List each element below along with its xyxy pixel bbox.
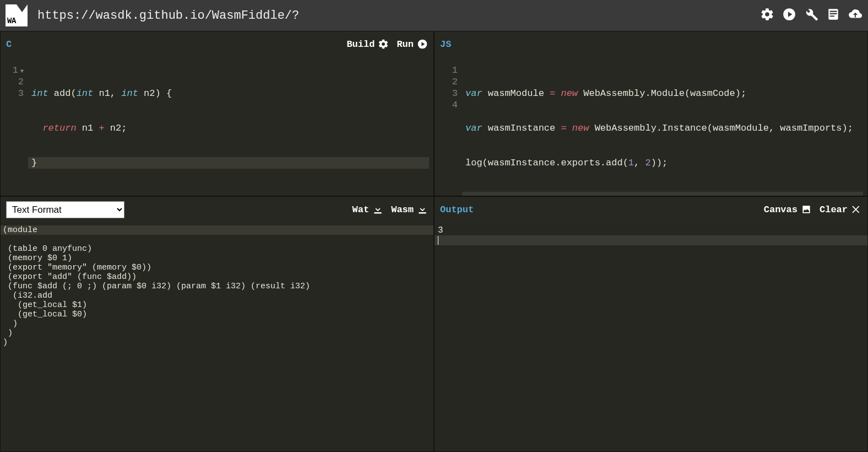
download-wasm-button[interactable]: Wasm [391,204,428,215]
build-button[interactable]: Build [346,39,389,50]
url-text: https://wasdk.github.io/WasmFiddle/? [37,9,760,23]
cursor-icon [438,236,438,245]
topbar: WA https://wasdk.github.io/WasmFiddle/? [0,0,868,31]
download-icon [417,204,428,215]
wat-output[interactable]: (module (table 0 anyfunc) (memory $0 1) … [1,222,433,451]
js-panel: JS 1 2 3 4 var wasmModule = new WebAssem… [434,31,868,196]
wrench-icon[interactable] [804,7,818,24]
wat-label: Wat [352,205,370,215]
image-icon [801,204,812,215]
clear-button[interactable]: Clear [820,204,862,215]
js-gutter: 1 2 3 4 [435,57,462,196]
c-code[interactable]: int add(int n1, int n2) { return n1 + n2… [28,57,433,196]
c-panel-title: C [6,39,12,50]
js-panel-header: JS [435,31,867,57]
wasm-label: Wasm [391,205,414,215]
canvas-button[interactable]: Canvas [764,204,812,215]
format-select[interactable]: Text Format [6,201,124,218]
js-code[interactable]: var wasmModule = new WebAssembly.Module(… [462,57,867,196]
console-output[interactable]: 3 [435,222,867,451]
book-icon[interactable] [826,7,840,24]
close-icon [851,204,862,215]
c-panel-header: C Build Run [1,31,433,57]
panels-grid: C Build Run 1▼ 2 3 int add(int n1, int n… [0,31,868,452]
output-panel-title: Output [440,205,474,215]
run-label: Run [397,39,414,50]
output-line: 3 [438,225,867,235]
wasm-logo: WA [6,4,28,26]
cloud-upload-icon[interactable] [848,7,862,24]
c-gutter: 1▼ 2 3 [1,57,28,196]
logo-text: WA [6,17,28,26]
clear-label: Clear [820,205,848,215]
js-editor[interactable]: 1 2 3 4 var wasmModule = new WebAssembly… [435,57,867,196]
build-label: Build [346,39,375,50]
play-circle-icon [417,39,428,50]
canvas-label: Canvas [764,205,798,215]
fold-icon[interactable]: ▼ [20,68,24,74]
js-panel-title: JS [440,39,451,50]
gear-icon[interactable] [760,7,774,24]
topbar-icons [760,7,862,24]
wat-panel: Text Format Wat Wasm (module (table 0 an… [0,196,434,452]
run-button[interactable]: Run [397,39,428,50]
output-panel-header: Output Canvas Clear [435,197,867,222]
output-panel: Output Canvas Clear 3 [434,196,868,452]
c-panel: C Build Run 1▼ 2 3 int add(int n1, int n… [0,31,434,196]
c-editor[interactable]: 1▼ 2 3 int add(int n1, int n2) { return … [1,57,433,196]
download-icon [372,204,383,215]
play-circle-icon[interactable] [782,7,796,24]
download-wat-button[interactable]: Wat [352,204,384,215]
gear-icon [378,39,389,50]
wat-panel-header: Text Format Wat Wasm [1,197,433,222]
